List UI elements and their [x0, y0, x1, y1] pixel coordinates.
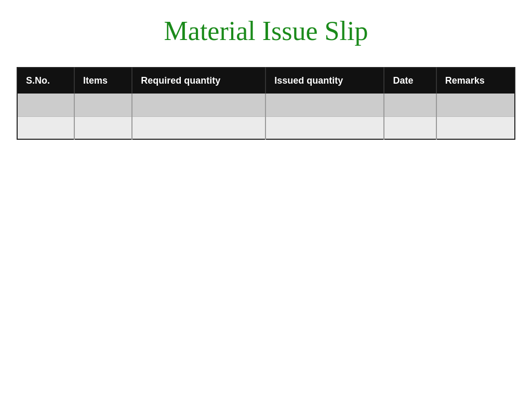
col-header-remarks: Remarks — [436, 68, 515, 94]
page-container: Material Issue Slip S.No. Items Required… — [0, 0, 532, 399]
col-header-date: Date — [384, 68, 436, 94]
table-row — [17, 94, 515, 116]
table-row — [17, 116, 515, 139]
cell-required-qty-2 — [132, 116, 265, 139]
cell-required-qty-1 — [132, 94, 265, 116]
cell-sno-2 — [17, 116, 74, 139]
cell-items-2 — [74, 116, 132, 139]
material-issue-table: S.No. Items Required quantity Issued qua… — [17, 67, 515, 140]
col-header-sno: S.No. — [17, 68, 74, 94]
cell-items-1 — [74, 94, 132, 116]
cell-remarks-1 — [436, 94, 515, 116]
cell-date-1 — [384, 94, 436, 116]
col-header-items: Items — [74, 68, 132, 94]
cell-remarks-2 — [436, 116, 515, 139]
col-header-issued-quantity: Issued quantity — [265, 68, 384, 94]
cell-date-2 — [384, 116, 436, 139]
table-wrapper: S.No. Items Required quantity Issued qua… — [17, 67, 515, 140]
page-title: Material Issue Slip — [164, 16, 368, 46]
table-header-row: S.No. Items Required quantity Issued qua… — [17, 68, 515, 94]
cell-sno-1 — [17, 94, 74, 116]
col-header-required-quantity: Required quantity — [132, 68, 265, 94]
cell-issued-qty-2 — [265, 116, 384, 139]
cell-issued-qty-1 — [265, 94, 384, 116]
